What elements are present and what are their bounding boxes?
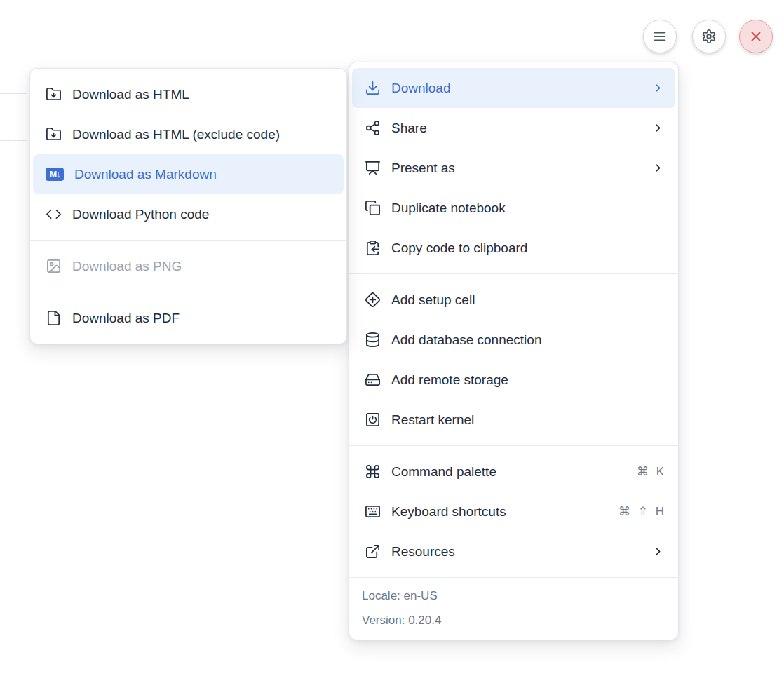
menu-item-download-as-html-exclude-code[interactable]: Download as HTML (exclude code) (33, 114, 344, 154)
duplicate-icon (365, 200, 381, 216)
command-icon (365, 464, 381, 480)
menu-group: Download as HTML Download as HTML (exclu… (30, 69, 346, 240)
menu-footer: Locale: en-US Version: 0.20.4 (349, 578, 678, 640)
power-icon (365, 412, 381, 428)
image-icon (46, 258, 62, 274)
menu-item-label: Command palette (391, 464, 496, 480)
menu-item-label: Add setup cell (391, 292, 475, 308)
menu-item-restart-kernel[interactable]: Restart kernel (352, 400, 675, 440)
menu-item-present-as[interactable]: Present as (352, 148, 675, 188)
menu-item-label: Resources (391, 544, 455, 560)
chevron-right-icon (652, 162, 664, 174)
version-text: Version: 0.20.4 (362, 608, 665, 632)
menu-item-label: Download as PDF (72, 311, 180, 326)
menu-item-label: Share (391, 121, 427, 136)
gear-icon (701, 29, 717, 44)
menu-group: Download as PDF (30, 292, 346, 344)
clipboard-copy-icon (365, 240, 381, 256)
folder-down-icon (46, 86, 62, 102)
menu-item-command-palette[interactable]: Command palette ⌘ K (352, 452, 675, 492)
menu-item-share[interactable]: Share (352, 108, 675, 148)
menu-item-download-as-markdown[interactable]: M↓ Download as Markdown (33, 154, 344, 194)
chevron-right-icon (652, 82, 664, 94)
background-divider (0, 93, 27, 94)
external-link-icon (365, 543, 381, 560)
folder-down-icon (46, 126, 62, 142)
menu-item-download-python-code[interactable]: Download Python code (33, 194, 344, 234)
download-icon (365, 80, 381, 96)
menu-item-label: Download as Markdown (74, 167, 217, 182)
menu-item-label: Add remote storage (391, 372, 508, 388)
hamburger-menu-icon (652, 29, 668, 44)
file-icon (46, 310, 62, 326)
database-icon (365, 332, 381, 348)
menu-item-label: Copy code to clipboard (391, 241, 527, 256)
hard-drive-icon (365, 372, 381, 388)
notebook-menu-button[interactable] (643, 20, 677, 53)
menu-item-label: Download as HTML (72, 87, 189, 102)
chevron-right-icon (652, 546, 664, 557)
menu-item-copy-code-to-clipboard[interactable]: Copy code to clipboard (352, 228, 675, 268)
locale-text: Locale: en-US (362, 583, 665, 608)
menu-item-add-remote-storage[interactable]: Add remote storage (352, 360, 675, 400)
menu-group: Download Share Present as Duplicate note… (349, 62, 678, 273)
code-icon (46, 206, 62, 222)
menu-item-label: Keyboard shortcuts (391, 504, 506, 520)
menu-item-download-as-pdf[interactable]: Download as PDF (33, 298, 344, 338)
background-divider (0, 140, 27, 141)
chevron-right-icon (652, 122, 664, 134)
menu-item-label: Download (391, 81, 451, 96)
download-submenu: Download as HTML Download as HTML (exclu… (29, 68, 347, 344)
shortcut-hint: ⌘ K (637, 464, 664, 479)
menu-item-label: Download Python code (72, 207, 209, 222)
menu-item-download-as-html[interactable]: Download as HTML (33, 74, 344, 114)
menu-item-label: Restart kernel (391, 412, 474, 428)
menu-item-label: Add database connection (391, 332, 541, 348)
menu-item-add-setup-cell[interactable]: Add setup cell (352, 280, 675, 320)
close-x-icon (748, 29, 764, 44)
notebook-menu-dropdown: Download Share Present as Duplicate note… (349, 62, 679, 640)
share-icon (365, 120, 381, 136)
menu-item-duplicate-notebook[interactable]: Duplicate notebook (352, 188, 675, 228)
menu-item-label: Download as HTML (exclude code) (72, 127, 280, 142)
menu-item-label: Duplicate notebook (391, 201, 506, 216)
menu-item-label: Download as PNG (72, 259, 182, 274)
shortcut-hint: ⌘ ⇧ H (619, 504, 664, 519)
menu-item-download-as-png: Download as PNG (33, 246, 344, 286)
settings-button[interactable] (692, 20, 726, 53)
keyboard-icon (365, 503, 381, 520)
menu-item-resources[interactable]: Resources (352, 532, 675, 571)
menu-item-label: Present as (391, 161, 455, 176)
markdown-icon: M↓ (46, 168, 64, 181)
menu-item-add-database-connection[interactable]: Add database connection (352, 320, 675, 360)
close-button[interactable] (739, 20, 773, 53)
menu-group: Download as PNG (30, 241, 346, 292)
diamond-plus-icon (365, 292, 381, 308)
presentation-icon (365, 160, 381, 176)
menu-group: Command palette ⌘ K Keyboard shortcuts ⌘… (349, 446, 678, 577)
menu-item-download[interactable]: Download (352, 68, 675, 108)
menu-group: Add setup cell Add database connection A… (349, 274, 678, 445)
menu-item-keyboard-shortcuts[interactable]: Keyboard shortcuts ⌘ ⇧ H (352, 492, 675, 532)
